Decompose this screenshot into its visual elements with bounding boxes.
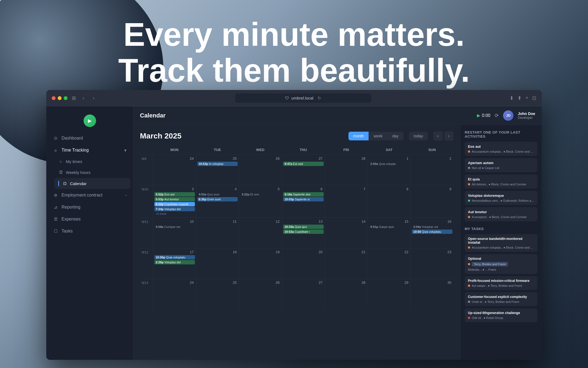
- calendar-cell[interactable]: 105:58aCumque ver: [153, 218, 196, 248]
- calendar-cell[interactable]: 12:50aQuia volupta: [368, 155, 411, 185]
- sidebar-item-tasks[interactable]: ☐ Tasks: [49, 225, 130, 237]
- back-button[interactable]: ‹: [80, 94, 86, 102]
- calendar-event[interactable]: 4:53aQuo eum: [197, 192, 238, 197]
- calendar-cell[interactable]: 27: [282, 279, 325, 309]
- calendar-cell[interactable]: 19: [239, 248, 282, 278]
- user-info: John Doe Developer: [518, 111, 535, 120]
- calendar-event[interactable]: 6:22pCupiditate impedit: [154, 202, 195, 206]
- calendar-event[interactable]: 6:35pEnim sunt: [197, 197, 238, 201]
- calendar-cell[interactable]: 2510:53pIn voluptas: [196, 155, 239, 185]
- calendar-cell[interactable]: 20: [282, 248, 325, 278]
- activity-title: Et quia: [468, 177, 534, 181]
- activity-card[interactable]: Aut teneturA excepturi , ● Block, Cronin…: [465, 207, 537, 221]
- address-bar[interactable]: 🛡 umbrel.local ↻: [235, 93, 371, 103]
- calendar-date-number: 24: [154, 280, 195, 285]
- task-card[interactable]: Up-sized 6thgeneration challengeOdit sit…: [465, 308, 537, 322]
- activity-card[interactable]: Aperiam autemNon sit ● Casper Ltd: [465, 158, 537, 172]
- calendar-cell[interactable]: 162:04aVoluptas vol10:50Quia voluptatu: [411, 218, 454, 248]
- calendar-cell[interactable]: 159:51pSaepe quis: [368, 218, 411, 248]
- calendar-event[interactable]: 2:04aVoluptas vol: [412, 225, 452, 229]
- activity-card[interactable]: Et quiaAd dolores , ● Block, Cronin and …: [465, 174, 537, 189]
- calendar-cell[interactable]: 30: [411, 279, 454, 309]
- sidebar-item-time-tracking[interactable]: ○ Time Tracking ∨: [49, 144, 130, 156]
- sidebar-sub-label: My times: [66, 159, 82, 164]
- prev-month-button[interactable]: ‹: [433, 131, 443, 141]
- contract-icon: ⊜: [53, 193, 58, 198]
- download-icon[interactable]: ⬇: [510, 95, 514, 101]
- calendar-cell[interactable]: 21: [325, 248, 368, 278]
- calendar-event[interactable]: 10:53aCupiditate i: [283, 230, 324, 234]
- calendar-event[interactable]: 10:53pIn voluptas: [197, 162, 238, 166]
- calendar-cell[interactable]: 35:52pEos aut5:53pAut tenetur6:22pCupidi…: [153, 185, 196, 217]
- calendar-cell[interactable]: 53:22pEt rem: [239, 185, 282, 217]
- calendar-cell[interactable]: 26: [239, 279, 282, 309]
- calendar-cell[interactable]: 69:19aSapiente des10:03pSapiente si: [282, 185, 325, 217]
- calendar-cell[interactable]: 24: [153, 279, 196, 309]
- calendar-event[interactable]: 5:58aCumque ver: [154, 225, 195, 229]
- calendar-cell[interactable]: 29: [368, 279, 411, 309]
- calendar-cell[interactable]: 1710:50pQuia voluptatu2:26pVoluptas dol: [153, 248, 196, 278]
- task-card[interactable]: OptionalTerry, Brekke and FramiMolestia.…: [465, 254, 537, 274]
- sidebar-item-my-times[interactable]: ○ My times: [54, 156, 130, 167]
- calendar-event[interactable]: 5:52pEos aut: [154, 192, 195, 197]
- sidebar-item-employment-contract[interactable]: ⊜ Employment contract ›: [49, 189, 130, 201]
- minimize-button[interactable]: [58, 96, 62, 100]
- calendar-cell[interactable]: 28: [325, 279, 368, 309]
- maximize-button[interactable]: [64, 96, 68, 100]
- calendar-event[interactable]: 9:19aSapiente des: [283, 192, 324, 197]
- calendar-cell[interactable]: 24: [153, 155, 196, 185]
- week-view-button[interactable]: week: [369, 132, 387, 140]
- month-view-button[interactable]: month: [348, 132, 369, 140]
- tasks-icon: ☐: [53, 229, 58, 234]
- calendar-cell[interactable]: 279:47aEst sed: [282, 155, 325, 185]
- sidebar-item-expenses[interactable]: ☰ Expenses: [49, 213, 130, 225]
- today-button[interactable]: today: [409, 132, 428, 140]
- sidebar-item-dashboard[interactable]: ⊙ Dashboard: [49, 132, 130, 144]
- calendar-cell[interactable]: 44:53aQuo eum6:35pEnim sunt: [196, 185, 239, 217]
- sidebar-toggle-button[interactable]: ⊞: [72, 95, 76, 101]
- calendar-event[interactable]: 9:47aEst sed: [283, 162, 324, 166]
- tabs-icon[interactable]: ⊡: [532, 95, 536, 101]
- calendar-event[interactable]: 10:33aQuia quo: [283, 225, 324, 229]
- calendar-cell[interactable]: 1310:33aQuia quo10:53aCupiditate i: [282, 218, 325, 248]
- calendar-event[interactable]: 3:22pEt rem: [240, 192, 281, 197]
- play-icon[interactable]: ▶: [477, 113, 480, 118]
- calendar-cell[interactable]: 14: [325, 218, 368, 248]
- new-tab-icon[interactable]: +: [525, 95, 528, 101]
- more-events-link[interactable]: +2 more: [154, 212, 195, 216]
- activity-card[interactable]: Voluptas doloremqueNecessitatibus vero ,…: [465, 191, 537, 205]
- calendar-event[interactable]: 10:50pQuia voluptatu: [154, 255, 195, 260]
- calendar-event[interactable]: 2:26pVoluptas dol: [154, 260, 195, 264]
- calendar-cell[interactable]: 7: [325, 185, 368, 217]
- sidebar-item-calendar[interactable]: ⊡ Calendar: [54, 178, 130, 189]
- forward-button[interactable]: ›: [91, 94, 97, 102]
- calendar-event[interactable]: 10:50Quia voluptatu: [412, 230, 452, 234]
- calendar-cell[interactable]: 9: [411, 185, 454, 217]
- calendar-cell[interactable]: 22: [368, 248, 411, 278]
- calendar-cell[interactable]: 26: [239, 155, 282, 185]
- task-card[interactable]: Customer-focused explicit complexityUnde…: [465, 292, 537, 306]
- calendar-cell[interactable]: 28: [325, 155, 368, 185]
- calendar-cell[interactable]: 25: [196, 279, 239, 309]
- calendar-cell[interactable]: 18: [196, 248, 239, 278]
- calendar-event[interactable]: 7:24pVoluptas dol: [154, 207, 195, 211]
- day-view-button[interactable]: day: [387, 132, 403, 140]
- calendar-cell[interactable]: 23: [411, 248, 454, 278]
- calendar-cell[interactable]: 12: [239, 218, 282, 248]
- refresh-button[interactable]: ⟳: [495, 113, 499, 119]
- share-icon[interactable]: ⬆: [517, 95, 522, 101]
- calendar-event[interactable]: 2:50aQuia volupta: [369, 162, 410, 166]
- next-month-button[interactable]: ›: [444, 131, 454, 141]
- calendar-cell[interactable]: 8: [368, 185, 411, 217]
- calendar-event[interactable]: 10:03pSapiente si: [283, 197, 324, 201]
- calendar-cell[interactable]: 11: [196, 218, 239, 248]
- activity-card[interactable]: Eos autAccusantium voluptas , ● Block, C…: [465, 142, 537, 156]
- calendar-event[interactable]: 9:51pSaepe quis: [369, 225, 410, 229]
- calendar-cell[interactable]: 2: [411, 155, 454, 185]
- sidebar-item-weekly-hours[interactable]: ☰ Weekly hours: [54, 167, 130, 177]
- task-card[interactable]: Open-source bandwidth-monitored installa…: [465, 234, 537, 252]
- task-card[interactable]: Profit-focused mission-critical firmware…: [465, 276, 537, 290]
- sidebar-item-reporting[interactable]: ⊿ Reporting: [49, 201, 130, 213]
- close-button[interactable]: [52, 96, 56, 100]
- calendar-event[interactable]: 5:53pAut tenetur: [154, 197, 195, 201]
